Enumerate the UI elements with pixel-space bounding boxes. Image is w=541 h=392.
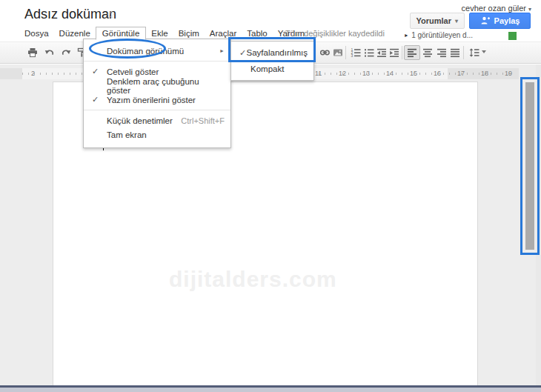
ruler-number: 12 [337, 70, 348, 77]
watermark: dijitalders.com [169, 267, 337, 292]
align-left-button[interactable] [404, 45, 420, 60]
share-label: Paylaş [494, 16, 520, 25]
redo-icon [61, 47, 71, 58]
comments-button[interactable]: Yorumlar ▾ [410, 13, 465, 29]
ruler-number: 2 [30, 70, 36, 77]
menu-item-label: Küçük denetimler [107, 116, 181, 125]
menu-item-tam-ekran[interactable]: Tam ekran [84, 127, 230, 142]
ruler-number: 16 [432, 70, 442, 77]
menu-item-label: Tam ekran [107, 130, 225, 139]
window-edge [536, 64, 541, 385]
share-person-icon [480, 16, 490, 25]
account-name: cevher ozan güler [462, 4, 526, 13]
menu-shortcut: Ctrl+Shift+F [181, 116, 225, 125]
viewers-indicator[interactable]: ▸ 1 görüntüleyen d... [405, 31, 473, 39]
increase-indent-icon [389, 47, 399, 58]
viewer-arrow-icon: ▸ [405, 32, 408, 39]
document-area: 2 11 12 13 14 15 16 17 18 19 dijitalders… [0, 64, 541, 385]
submenu-arrow-icon: ► [219, 48, 225, 53]
menu-item-label: Doküman görünümü [107, 47, 219, 56]
align-right-icon [437, 47, 447, 58]
share-button[interactable]: Paylaş [469, 13, 531, 29]
menu-separator [84, 110, 230, 110]
document-view-submenu: ✓ Sayfalandırılmış Kompakt [230, 41, 314, 81]
align-center-button[interactable] [420, 45, 435, 60]
line-spacing-button[interactable] [467, 45, 482, 60]
toolbar-separator [345, 46, 346, 59]
align-left-icon [407, 47, 417, 58]
document-title[interactable]: Adsız doküman [24, 7, 116, 22]
account-menu[interactable]: cevher ozan güler▾ [462, 4, 531, 13]
bulleted-list-icon [364, 47, 374, 58]
toolbar-separator [402, 46, 402, 59]
header: cevher ozan güler▾ Adsız doküman ☆ Yorum… [0, 0, 541, 41]
chevron-down-icon: ▾ [528, 6, 531, 13]
ruler-number: 15 [408, 70, 419, 77]
view-menu-panel: Doküman görünümü ► ✓ Cetveli göster Denk… [83, 39, 231, 148]
check-icon: ✓ [90, 95, 107, 104]
ruler-number: 14 [385, 70, 395, 77]
menu-item-kucuk-denetimler[interactable]: Küçük denetimler Ctrl+Shift+F [84, 113, 230, 127]
menu-item-label: Cetveli göster [107, 67, 225, 76]
print-icon [27, 47, 38, 58]
print-button[interactable] [25, 45, 40, 60]
scrollbar-thumb[interactable] [525, 82, 534, 250]
menu-item-label: Denklem araç çubuğunu göster [107, 77, 225, 95]
menu-dosya[interactable]: Dosya [19, 27, 54, 39]
svg-text:3: 3 [351, 53, 354, 58]
align-right-button[interactable] [434, 45, 449, 60]
ruler-number: 18 [479, 70, 490, 77]
menu-item-yazim-onerileri[interactable]: ✓ Yazım önerilerini göster [84, 93, 230, 107]
line-spacing-icon [469, 47, 479, 58]
comments-label: Yorumlar [416, 16, 451, 25]
undo-button[interactable] [42, 45, 57, 60]
undo-icon [44, 47, 55, 58]
save-status: Tüm değişiklikler kaydedildi [285, 29, 385, 38]
check-icon: ✓ [90, 67, 107, 76]
redo-button[interactable] [59, 45, 73, 60]
align-center-icon [422, 47, 433, 58]
justify-button[interactable] [448, 45, 462, 60]
ruler-number: 11 [313, 70, 323, 77]
menu-araclar[interactable]: Araçlar [205, 27, 242, 39]
menu-item-denklem-arac-cubugu[interactable]: Denklem araç çubuğunu göster [84, 79, 230, 93]
image-icon [333, 47, 343, 58]
numbered-list-button[interactable]: 1 2 3 [348, 45, 363, 60]
justify-icon [450, 47, 460, 58]
menu-item-label: Sayfalandırılmış [247, 48, 308, 57]
ruler-number: 19 [503, 70, 514, 77]
ruler-left-margin [0, 68, 22, 79]
menubar: Dosya Düzenle Görüntüle Ekle Biçim Araçl… [19, 27, 310, 39]
ruler-number: 17 [456, 70, 466, 77]
increase-indent-button[interactable] [387, 45, 402, 60]
chevron-down-icon: ▾ [455, 18, 458, 24]
check-icon: ✓ [237, 48, 247, 58]
decrease-indent-icon [376, 47, 387, 58]
toolbar-separator [463, 46, 464, 59]
numbered-list-icon: 1 2 3 [351, 47, 361, 58]
viewers-label: 1 görüntüleyen d... [411, 31, 473, 39]
link-icon [319, 47, 331, 58]
menu-item-dokuman-gorunumu[interactable]: Doküman görünümü ► [84, 44, 230, 58]
menu-bicim[interactable]: Biçim [173, 27, 205, 39]
menu-item-label: Yazım önerilerini göster [107, 96, 225, 104]
insert-image-button[interactable] [331, 45, 345, 60]
window-bottom-edge [0, 388, 541, 392]
menu-duzenle[interactable]: Düzenle [54, 27, 96, 39]
menu-goruntule[interactable]: Görüntüle [96, 27, 147, 40]
menu-item-label: Kompakt [250, 64, 308, 73]
viewer-color-badge [508, 32, 517, 40]
menu-tablo[interactable]: Tablo [242, 27, 273, 39]
menu-ekle[interactable]: Ekle [146, 27, 173, 39]
submenu-item-kompakt[interactable]: Kompakt [231, 61, 313, 77]
insert-link-button[interactable] [317, 45, 332, 60]
line-spacing-dropdown-icon[interactable] [482, 50, 486, 53]
star-icon[interactable]: ☆ [106, 9, 116, 21]
ruler-number: 13 [361, 70, 371, 77]
menu-separator [84, 61, 230, 62]
submenu-item-sayfalandirilmis[interactable]: ✓ Sayfalandırılmış [231, 44, 313, 61]
